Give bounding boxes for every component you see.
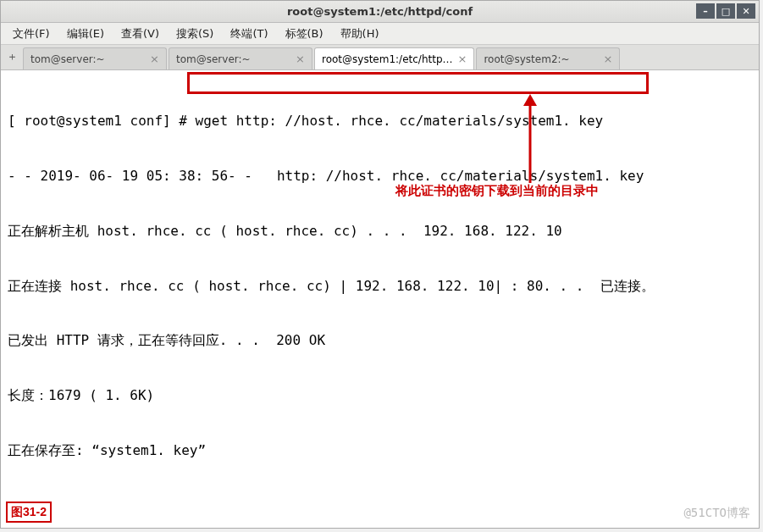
tab-3[interactable]: root@system2:~ ×	[476, 47, 620, 69]
tabbar: ＋ tom@server:~ × tom@server:~ × root@sys…	[1, 45, 759, 70]
new-tab-button[interactable]: ＋	[1, 49, 23, 69]
menu-file[interactable]: 文件(F)	[6, 25, 57, 43]
annotation-text: 将此证书的密钥下载到当前的目录中	[395, 182, 599, 199]
window-title: root@system1:/etc/httpd/conf	[1, 5, 759, 18]
terminal-window: root@system1:/etc/httpd/conf 文件(F) 编辑(E)…	[0, 0, 760, 529]
close-button[interactable]	[737, 3, 755, 19]
tab-close-icon[interactable]: ×	[458, 53, 467, 65]
annotation-highlight-box	[187, 72, 649, 94]
tab-label: root@system1:/etc/http…	[322, 53, 453, 65]
tab-close-icon[interactable]: ×	[150, 53, 159, 65]
terminal-line: 正在解析主机 host. rhce. cc ( host. rhce. cc) …	[8, 222, 752, 241]
tab-label: tom@server:~	[30, 53, 145, 65]
terminal-line: 长度：1679 ( 1. 6K)	[8, 386, 752, 405]
figure-label: 图31-2	[6, 502, 52, 523]
terminal-line: 已发出 HTTP 请求，正在等待回应. . . 200 OK	[8, 331, 752, 350]
command: wget http: //host. rhce. cc/materials/sy…	[196, 113, 604, 129]
menu-edit[interactable]: 编辑(E)	[60, 25, 111, 43]
terminal-line: [ root@system1 conf] # wget http: //host…	[8, 112, 752, 130]
menu-terminal[interactable]: 终端(T)	[224, 25, 274, 43]
maximize-button[interactable]	[716, 3, 735, 19]
watermark: @51CTO博客	[683, 505, 750, 521]
tab-close-icon[interactable]: ×	[296, 53, 305, 65]
tab-0[interactable]: tom@server:~ ×	[23, 47, 167, 69]
minimize-button[interactable]	[696, 3, 715, 19]
prompt: [ root@system1 conf] #	[8, 113, 196, 129]
terminal-line: - - 2019- 06- 19 05: 38: 56- - http: //h…	[8, 167, 752, 186]
tab-close-icon[interactable]: ×	[604, 53, 613, 65]
menu-search[interactable]: 搜索(S)	[169, 25, 220, 43]
titlebar: root@system1:/etc/httpd/conf	[1, 1, 759, 23]
svg-marker-1	[523, 94, 537, 106]
tab-label: tom@server:~	[176, 53, 290, 65]
tab-1[interactable]: tom@server:~ ×	[169, 47, 312, 69]
menu-tabs[interactable]: 标签(B)	[279, 25, 330, 43]
menubar: 文件(F) 编辑(E) 查看(V) 搜索(S) 终端(T) 标签(B) 帮助(H…	[1, 23, 759, 45]
terminal-line: 正在保存至: “system1. key”	[8, 441, 752, 460]
terminal-line: 正在连接 host. rhce. cc ( host. rhce. cc) | …	[8, 277, 752, 296]
window-controls	[696, 3, 755, 19]
menu-view[interactable]: 查看(V)	[114, 25, 166, 43]
tab-label: root@system2:~	[484, 53, 598, 65]
menu-help[interactable]: 帮助(H)	[334, 25, 386, 43]
tab-2[interactable]: root@system1:/etc/http… ×	[314, 47, 474, 69]
terminal-area[interactable]: [ root@system1 conf] # wget http: //host…	[1, 70, 759, 528]
